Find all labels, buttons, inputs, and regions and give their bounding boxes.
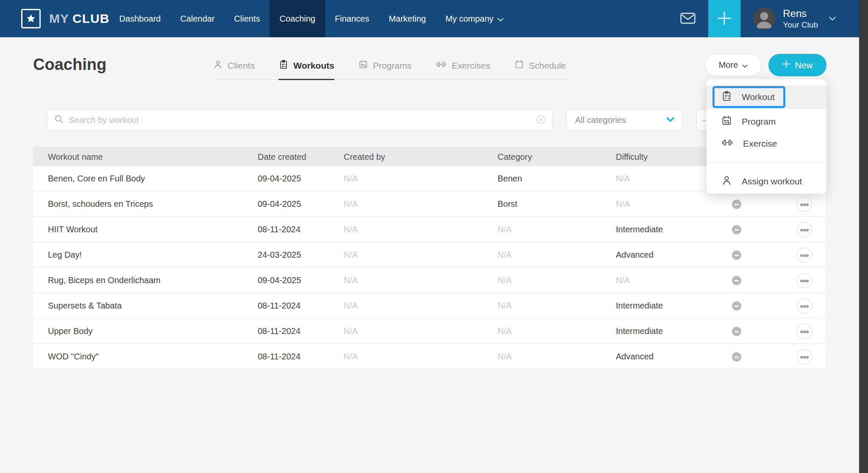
cell-created-by: N/A [344,326,358,336]
menu-item-label: Assign workout [742,176,802,186]
cell-created-by: N/A [344,250,358,260]
dumbbell-icon [721,137,734,150]
navbar-right: Rens Your Club [680,0,836,37]
calendar-icon [514,59,524,72]
new-button[interactable]: New [768,54,826,76]
cell-difficulty: Advanced [616,352,654,362]
menu-item-label: Program [742,117,776,127]
tab-label: Clients [228,61,255,71]
minus-button[interactable] [732,301,741,311]
table-row[interactable]: Leg Day!24-03-2025N/AN/AAdvanced [33,242,826,268]
row-actions-button[interactable] [797,222,812,237]
table-row[interactable]: Borst, schouders en Triceps09-04-2025N/A… [33,192,826,217]
person-icon [213,59,223,72]
brand-logo[interactable]: MYCLUB [21,9,109,28]
row-actions-button[interactable] [797,349,812,364]
row-actions-button[interactable] [797,197,812,212]
cell-category: N/A [498,225,512,234]
menu-item-workout[interactable]: Workout [707,85,826,109]
column-header-category: Category [498,152,532,161]
clear-circle-icon [535,114,546,126]
minus-icon [734,204,739,205]
person-icon [721,175,732,188]
ellipsis-icon [800,278,809,284]
more-button[interactable]: More [705,54,762,76]
chevron-down-icon [666,116,674,124]
cell-category: Benen [498,174,522,184]
star-logo-icon [21,9,41,28]
chevron-down-icon [498,14,504,24]
ellipsis-icon [800,328,809,335]
clipboard-icon [721,90,732,104]
cell-date-created: 08-11-2024 [258,301,300,311]
brand-my: MY [49,11,69,25]
cell-name: HIIT Workout [48,225,97,234]
menu-item-program[interactable]: Program [707,111,826,133]
clipboard-icon [278,59,289,72]
table-row[interactable]: HIIT Workout08-11-2024N/AN/AIntermediate [33,217,826,242]
tab-clients[interactable]: Clients [213,59,255,80]
cell-difficulty: N/A [616,199,630,209]
table-row[interactable]: Supersets & Tabata08-11-2024N/AN/AInterm… [33,293,826,319]
cell-difficulty: N/A [616,174,630,184]
cell-difficulty: N/A [616,275,630,285]
cell-difficulty: Advanced [616,250,654,260]
user-subtitle: Your Club [783,20,818,30]
minus-button[interactable] [732,250,741,260]
column-header-created-by: Created by [344,152,385,161]
row-actions-button[interactable] [797,273,812,288]
nav-item-finances[interactable]: Finances [325,0,379,37]
row-actions-button[interactable] [797,298,812,314]
minus-icon [734,331,739,332]
cell-name: Rug, Biceps en Onderlichaam [48,275,161,285]
category-filter-select[interactable]: All categories [566,109,682,131]
tab-programs[interactable]: Programs [358,59,412,80]
search-input[interactable] [69,115,535,125]
minus-button[interactable] [732,200,741,209]
nav-item-calendar[interactable]: Calendar [170,0,224,37]
menu-item-exercise[interactable]: Exercise [707,133,826,155]
ellipsis-icon [800,201,809,208]
nav-item-coaching[interactable]: Coaching [270,0,325,37]
table-row[interactable]: Upper Body08-11-2024N/AN/AIntermediate [33,319,826,344]
cell-date-created: 09-04-2025 [258,199,301,209]
row-actions-button[interactable] [797,324,812,339]
cell-category: N/A [498,301,512,311]
tab-label: Workouts [293,61,334,71]
program-calendar-icon [358,59,368,72]
minus-icon [734,229,739,231]
nav-label: Finances [335,14,369,24]
nav-item-dashboard[interactable]: Dashboard [109,0,170,37]
cell-created-by: N/A [344,352,358,362]
cell-difficulty: Intermediate [616,326,663,336]
coaching-tabs: Clients Workouts Programs Exercises Sche… [213,59,571,80]
cell-created-by: N/A [344,301,358,311]
minus-button[interactable] [732,327,741,336]
quick-add-button[interactable] [708,0,740,37]
menu-item-label: Workout [742,92,775,102]
menu-item-assign-workout[interactable]: Assign workout [707,170,826,192]
cell-category: N/A [498,250,512,260]
tab-exercises[interactable]: Exercises [435,59,490,80]
minus-button[interactable] [732,352,741,362]
chevron-down-icon [742,60,748,70]
tab-schedule[interactable]: Schedule [514,59,566,80]
cell-name: Borst, schouders en Triceps [48,199,153,209]
clear-search-button[interactable] [535,114,546,126]
user-info: Rens Your Club [783,7,818,30]
table-row[interactable]: Rug, Biceps en Onderlichaam09-04-2025N/A… [33,268,826,293]
messages-button[interactable] [680,12,696,25]
cell-date-created: 09-04-2025 [258,174,301,184]
row-actions-button[interactable] [797,248,812,263]
chevron-down-icon [829,15,836,22]
search-icon [54,114,64,125]
user-menu[interactable]: Rens Your Club [753,7,836,30]
tab-workouts[interactable]: Workouts [278,59,334,80]
cell-date-created: 09-04-2025 [258,275,301,285]
nav-item-my-company[interactable]: My company [436,0,513,37]
minus-button[interactable] [732,225,741,234]
nav-item-marketing[interactable]: Marketing [379,0,436,37]
minus-button[interactable] [732,276,741,285]
table-row[interactable]: WOD "Cindy"08-11-2024N/AN/AAdvanced [33,344,826,370]
nav-item-clients[interactable]: Clients [224,0,270,37]
